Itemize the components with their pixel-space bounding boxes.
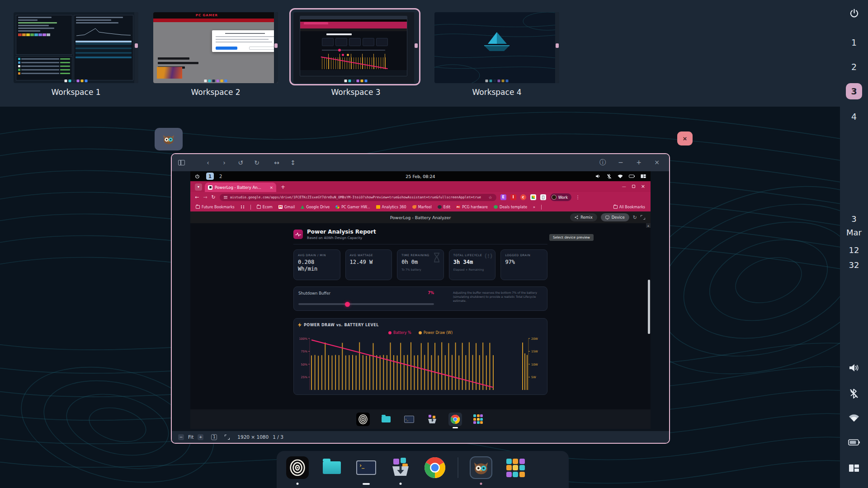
zoom-out-button[interactable]: −: [178, 434, 184, 440]
remote-viewer-window[interactable]: ‹ › ↺ ↻ ↔ ↕ ⓘ − + × 1 2 25 Feb, 08:24: [171, 153, 670, 444]
chrome-app-icon[interactable]: [448, 413, 462, 426]
wifi-icon[interactable]: [618, 174, 623, 178]
fullscreen-icon[interactable]: [641, 215, 645, 220]
power-icon[interactable]: [195, 174, 200, 179]
remote-screen[interactable]: 1 2 25 Feb, 08:24 ▾ PowerLog - Battery A…: [190, 171, 651, 429]
dock-software-app[interactable]: [389, 456, 412, 479]
undo-icon[interactable]: ↺: [235, 159, 246, 166]
extension-icon[interactable]: c: [520, 194, 526, 200]
tab-close-icon[interactable]: ×: [269, 185, 273, 190]
workspace-3-label[interactable]: Workspace 3: [293, 88, 418, 97]
workspace-1-label[interactable]: Workspace 1: [14, 88, 138, 97]
bookmark-google-drive[interactable]: Google Drive: [301, 205, 330, 209]
bookmark-star-icon[interactable]: ☆: [489, 195, 492, 200]
rail-workspace-1[interactable]: 1: [840, 34, 868, 51]
bookmark-marfeel[interactable]: Marfeel: [412, 205, 432, 209]
workspace-2[interactable]: PC GAMER Workspace 2: [153, 12, 278, 97]
buffer-slider[interactable]: [298, 303, 434, 305]
remix-button[interactable]: Remix: [570, 213, 597, 221]
browser-restore-icon[interactable]: [632, 185, 635, 188]
power-icon[interactable]: [840, 8, 868, 19]
active-tab[interactable]: PowerLog - Battery An... ×: [205, 183, 276, 192]
browser-minimize-icon[interactable]: —: [622, 184, 626, 189]
browser-close-icon[interactable]: ×: [641, 183, 645, 189]
battery-icon[interactable]: [840, 439, 868, 446]
bookmark-gmail[interactable]: MGmail: [278, 205, 295, 209]
appgrid-icon[interactable]: [472, 413, 485, 426]
workspace-3-preview[interactable]: [293, 12, 418, 83]
focused-app-badge[interactable]: [155, 128, 183, 150]
scrollbar-thumb[interactable]: [648, 280, 650, 334]
dock-chrome-app[interactable]: [423, 456, 447, 479]
battery-icon[interactable]: [629, 174, 635, 178]
profile-chip[interactable]: Work: [550, 193, 572, 201]
browser-back-icon[interactable]: ←: [195, 194, 199, 200]
clipboard-extension-icon[interactable]: [540, 194, 546, 200]
reload-preview-icon[interactable]: ↻: [633, 215, 637, 221]
remote-workspace-2[interactable]: 2: [219, 174, 222, 179]
dock-files-app[interactable]: [320, 456, 344, 479]
workspace-2-preview[interactable]: PC GAMER: [153, 12, 278, 83]
browser-menu-icon[interactable]: ⋮: [576, 195, 580, 200]
tiling-layout-icon[interactable]: [840, 465, 868, 472]
wifi-icon[interactable]: [840, 414, 868, 422]
bluetooth-off-icon[interactable]: [607, 174, 612, 179]
volume-icon[interactable]: [595, 174, 601, 178]
volume-icon[interactable]: [840, 363, 868, 372]
forward-icon[interactable]: ›: [218, 159, 230, 166]
remote-workspace-1-active[interactable]: 1: [206, 173, 214, 180]
zoom-in-icon[interactable]: +: [633, 159, 645, 167]
dock-terminal-app[interactable]: ›_: [354, 456, 378, 479]
rail-workspace-3-active[interactable]: 3: [840, 83, 868, 99]
workspace-1[interactable]: Workspace 1: [14, 12, 138, 97]
tab-search-chevron-icon[interactable]: ▾: [195, 183, 202, 191]
info-icon[interactable]: ⓘ: [597, 159, 609, 167]
all-bookmarks[interactable]: All Bookmarks: [613, 205, 645, 209]
close-icon[interactable]: ×: [651, 159, 663, 167]
site-controls-icon[interactable]: [224, 195, 227, 199]
bookmark-future-bookmarks[interactable]: Future Bookmarks: [196, 205, 235, 209]
scrollbar-up-arrow[interactable]: ▲: [646, 223, 651, 228]
resize-horizontal-icon[interactable]: ↔: [271, 159, 283, 166]
zoom-one-button[interactable]: 1: [211, 434, 217, 440]
extension-icon[interactable]: I: [510, 194, 516, 200]
device-button[interactable]: Device: [601, 213, 629, 221]
rail-workspace-4[interactable]: 4: [840, 108, 868, 125]
panel-toggle-icon[interactable]: [178, 160, 185, 165]
browser-reload-icon[interactable]: ↻: [211, 194, 215, 200]
fullscreen-button[interactable]: [225, 435, 230, 440]
bookmark-ecom[interactable]: Ecom: [257, 205, 273, 209]
url-bar[interactable]: aistudio.google.com/apps/drive/1FCETKcZI…: [220, 194, 496, 201]
terminal-app-icon[interactable]: ›_: [402, 413, 416, 426]
close-window-button[interactable]: ×: [677, 131, 693, 145]
back-icon[interactable]: ‹: [202, 159, 214, 166]
dock-appgrid[interactable]: [504, 456, 527, 479]
bookmark-pc-gamer-hw-[interactable]: PC Gamer HW...: [335, 205, 370, 209]
tiling-layout-icon[interactable]: [641, 174, 646, 178]
bookmark-pcg-hardware[interactable]: PCPCG hardware: [456, 205, 488, 209]
bookmark-edit[interactable]: Edit: [438, 205, 451, 209]
fit-label[interactable]: Fit: [188, 434, 193, 440]
bookmark--[interactable]: »: [533, 205, 535, 209]
workspace-4-preview[interactable]: [434, 12, 559, 83]
resize-vertical-icon[interactable]: ↕: [287, 159, 299, 166]
new-tab-button[interactable]: +: [281, 184, 285, 190]
dock-activity-app[interactable]: [286, 456, 309, 479]
slider-thumb[interactable]: [345, 302, 350, 307]
minimize-icon[interactable]: −: [615, 159, 627, 167]
bookmark-grid[interactable]: [241, 205, 245, 209]
browser-forward-icon[interactable]: →: [203, 194, 207, 200]
activity-app-icon[interactable]: [356, 413, 370, 426]
workspace-4-label[interactable]: Workspace 4: [434, 88, 559, 97]
files-app-icon[interactable]: [379, 413, 393, 426]
workspace-1-preview[interactable]: [14, 12, 138, 83]
extension-icon[interactable]: E: [500, 194, 506, 200]
rail-workspace-2[interactable]: 2: [840, 59, 868, 75]
refresh-icon[interactable]: ↻: [251, 159, 263, 166]
bluetooth-off-icon[interactable]: [840, 389, 868, 399]
zoom-in-button[interactable]: +: [198, 434, 203, 440]
extension-icon[interactable]: [530, 194, 536, 200]
software-app-icon[interactable]: [425, 413, 439, 426]
bookmark-deals-template[interactable]: Deals template: [494, 205, 527, 209]
workspace-4[interactable]: Workspace 4: [434, 12, 559, 97]
